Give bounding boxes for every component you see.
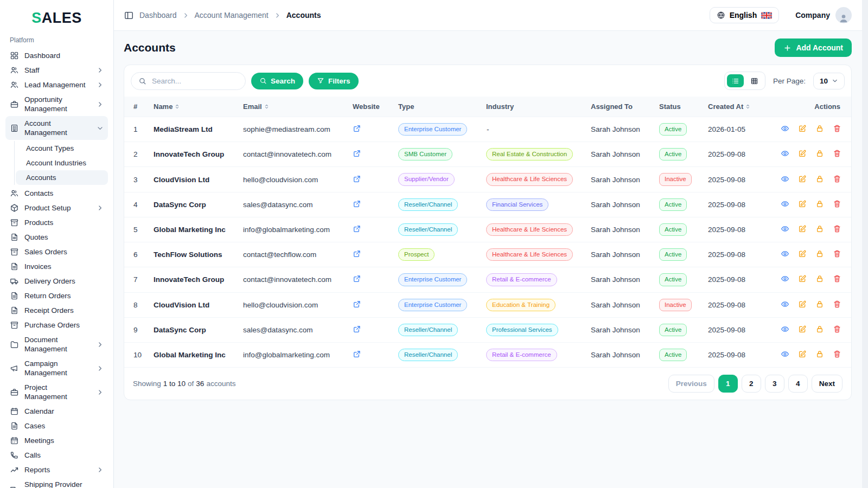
edit-icon[interactable] — [798, 274, 807, 283]
delete-icon[interactable] — [833, 325, 841, 333]
delete-icon[interactable] — [833, 249, 841, 258]
view-icon[interactable] — [781, 350, 789, 358]
sidebar-item-reports[interactable]: Reports — [5, 463, 108, 477]
sidebar-item-calendar[interactable]: Calendar — [5, 404, 108, 419]
breadcrumb-account-management[interactable]: Account Management — [195, 11, 269, 20]
sort-icon[interactable] — [174, 104, 180, 110]
page-button-3[interactable]: 3 — [765, 375, 784, 393]
sidebar-item-opportunity-management[interactable]: Opportunity Management — [5, 92, 108, 116]
website-link-icon[interactable] — [353, 274, 361, 283]
sidebar-item-account-types[interactable]: Account Types — [16, 141, 108, 156]
sort-icon[interactable] — [264, 104, 270, 110]
delete-icon[interactable] — [833, 224, 841, 233]
per-page-select[interactable]: 10 — [813, 73, 845, 89]
list-view-button[interactable] — [727, 74, 744, 87]
avatar[interactable] — [835, 7, 852, 23]
sidebar-item-sales-orders[interactable]: Sales Orders — [5, 245, 108, 259]
filters-button[interactable]: Filters — [309, 73, 359, 89]
edit-icon[interactable] — [798, 300, 807, 309]
delete-icon[interactable] — [833, 200, 841, 208]
sidebar-item-lead-management[interactable]: Lead Management — [5, 78, 108, 92]
website-link-icon[interactable] — [353, 149, 361, 158]
delete-icon[interactable] — [833, 124, 841, 133]
sidebar-item-delivery-orders[interactable]: Delivery Orders — [5, 274, 108, 288]
lock-icon[interactable] — [815, 249, 824, 258]
sidebar-item-purchase-orders[interactable]: Purchase Orders — [5, 318, 108, 332]
edit-icon[interactable] — [798, 200, 807, 208]
view-icon[interactable] — [781, 325, 789, 333]
company-menu[interactable]: Company — [795, 7, 852, 23]
lock-icon[interactable] — [815, 200, 824, 208]
edit-icon[interactable] — [798, 249, 807, 258]
website-link-icon[interactable] — [353, 175, 361, 183]
lock-icon[interactable] — [815, 274, 824, 283]
view-icon[interactable] — [781, 124, 789, 133]
breadcrumb-dashboard[interactable]: Dashboard — [139, 11, 177, 20]
delete-icon[interactable] — [833, 274, 841, 283]
edit-icon[interactable] — [798, 175, 807, 183]
sidebar-item-return-orders[interactable]: Return Orders — [5, 288, 108, 303]
add-account-button[interactable]: Add Account — [775, 38, 852, 57]
website-link-icon[interactable] — [353, 350, 361, 358]
sidebar-item-account-industries[interactable]: Account Industries — [16, 156, 108, 170]
scrollbar[interactable] — [862, 0, 868, 488]
sidebar-item-shipping-provider-types[interactable]: Shipping Provider Types — [5, 477, 108, 488]
edit-icon[interactable] — [798, 224, 807, 233]
sidebar-item-document-management[interactable]: Document Management — [5, 332, 108, 356]
sidebar-item-products[interactable]: Products — [5, 215, 108, 230]
lock-icon[interactable] — [815, 149, 824, 158]
delete-icon[interactable] — [833, 149, 841, 158]
sidebar-item-staff[interactable]: Staff — [5, 63, 108, 78]
lock-icon[interactable] — [815, 300, 824, 309]
sidebar-item-quotes[interactable]: Quotes — [5, 230, 108, 245]
sidebar-item-meetings[interactable]: Meetings — [5, 433, 108, 448]
sort-icon[interactable] — [745, 104, 751, 110]
sidebar-item-calls[interactable]: Calls — [5, 448, 108, 463]
delete-icon[interactable] — [833, 350, 841, 358]
sidebar-item-invoices[interactable]: Invoices — [5, 259, 108, 274]
view-icon[interactable] — [781, 200, 789, 208]
sidebar-item-account-management[interactable]: Account Management — [5, 116, 108, 140]
grid-view-button[interactable] — [746, 74, 763, 87]
website-link-icon[interactable] — [353, 200, 361, 208]
sidebar-item-dashboard[interactable]: Dashboard — [5, 48, 108, 63]
website-link-icon[interactable] — [353, 249, 361, 258]
lock-icon[interactable] — [815, 350, 824, 358]
sidebar-toggle-icon[interactable] — [124, 10, 134, 21]
edit-icon[interactable] — [798, 325, 807, 333]
lock-icon[interactable] — [815, 175, 824, 183]
delete-icon[interactable] — [833, 300, 841, 309]
view-icon[interactable] — [781, 175, 789, 183]
next-page-button[interactable]: Next — [812, 375, 843, 393]
page-button-1[interactable]: 1 — [718, 375, 738, 393]
lock-icon[interactable] — [815, 325, 824, 333]
delete-icon[interactable] — [833, 175, 841, 183]
lock-icon[interactable] — [815, 124, 824, 133]
sidebar-item-project-management[interactable]: Project Management — [5, 380, 108, 404]
edit-icon[interactable] — [798, 124, 807, 133]
sidebar-item-campaign-management[interactable]: Campaign Management — [5, 356, 108, 380]
page-button-2[interactable]: 2 — [742, 375, 761, 393]
lock-icon[interactable] — [815, 224, 824, 233]
page-button-4[interactable]: 4 — [788, 375, 808, 393]
view-icon[interactable] — [781, 149, 789, 158]
website-link-icon[interactable] — [353, 325, 361, 333]
sidebar-item-receipt-orders[interactable]: Receipt Orders — [5, 303, 108, 318]
search-input[interactable] — [151, 76, 238, 86]
sidebar-item-accounts[interactable]: Accounts — [16, 170, 108, 185]
sidebar-item-product-setup[interactable]: Product Setup — [5, 201, 108, 215]
edit-icon[interactable] — [798, 149, 807, 158]
search-button[interactable]: Search — [251, 73, 303, 89]
view-icon[interactable] — [781, 274, 789, 283]
previous-page-button[interactable]: Previous — [668, 375, 714, 393]
edit-icon[interactable] — [798, 350, 807, 358]
view-icon[interactable] — [781, 300, 789, 309]
website-link-icon[interactable] — [353, 224, 361, 233]
view-icon[interactable] — [781, 249, 789, 258]
sidebar-item-cases[interactable]: Cases — [5, 419, 108, 433]
website-link-icon[interactable] — [353, 300, 361, 309]
view-icon[interactable] — [781, 224, 789, 233]
language-selector[interactable]: English — [710, 7, 780, 23]
sidebar-item-contacts[interactable]: Contacts — [5, 186, 108, 201]
website-link-icon[interactable] — [353, 124, 361, 133]
